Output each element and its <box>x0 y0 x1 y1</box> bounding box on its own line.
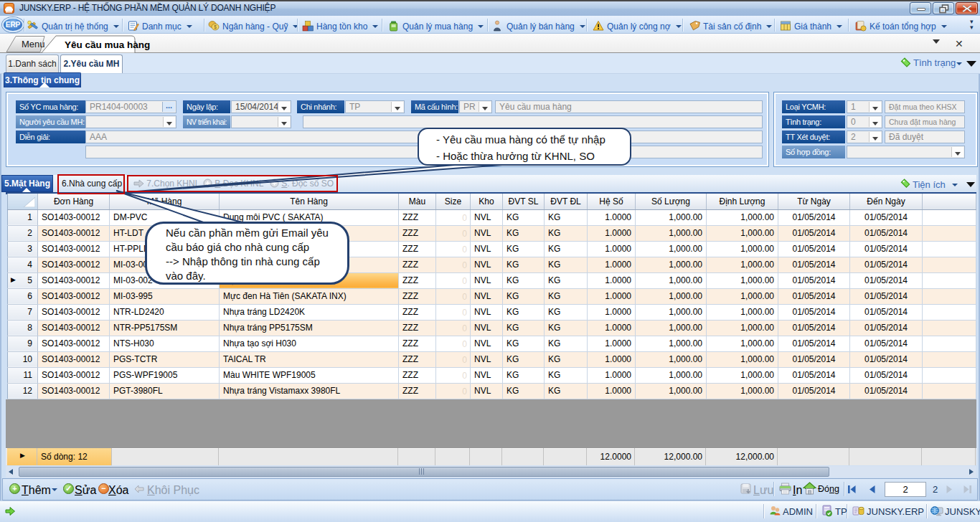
svg-text:Menu: Menu <box>22 39 45 49</box>
svg-text:Yêu cầu mua hàng: Yêu cầu mua hàng <box>65 39 150 50</box>
svg-text:$: $ <box>214 24 217 29</box>
